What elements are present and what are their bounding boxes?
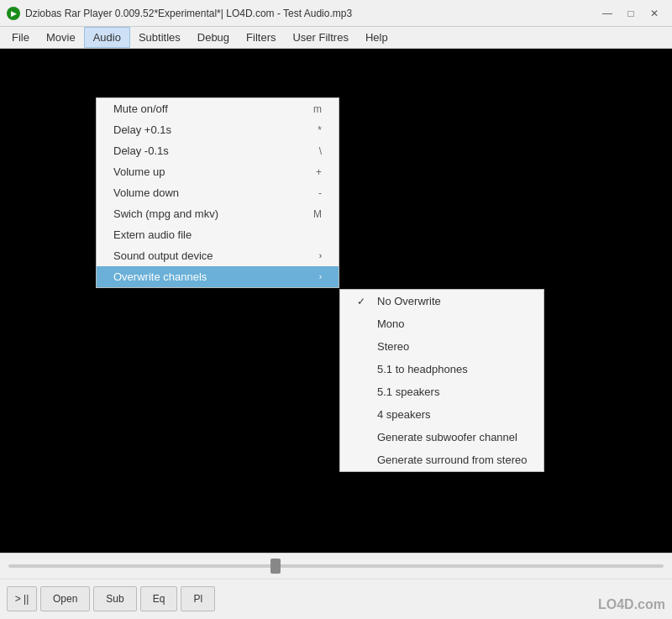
- menu-debug[interactable]: Debug: [189, 27, 238, 48]
- audio-dropdown-menu: Mute on/off m Delay +0.1s * Delay -0.1s …: [96, 97, 339, 288]
- menu-mute[interactable]: Mute on/off m: [97, 98, 339, 119]
- minimize-button[interactable]: —: [596, 4, 618, 23]
- close-button[interactable]: ✕: [643, 4, 665, 23]
- menu-audio[interactable]: Audio: [84, 27, 130, 48]
- sub-button[interactable]: Sub: [93, 586, 136, 611]
- overwrite-channels-submenu: ✓ No Overwrite Mono Stereo 5.1 to headph…: [339, 289, 544, 472]
- overwrite-channels-arrow-icon: ›: [319, 272, 322, 281]
- window-title: Dziobas Rar Player 0.009.52*Experimental…: [25, 8, 352, 19]
- title-bar-controls: — □ ✕: [596, 4, 665, 23]
- submenu-4-speakers[interactable]: 4 speakers: [340, 403, 543, 426]
- menu-delay-plus[interactable]: Delay +0.1s *: [97, 119, 339, 140]
- logo-watermark: LO4D.com: [598, 597, 665, 612]
- menu-extern-audio[interactable]: Extern audio file: [97, 224, 339, 245]
- menu-delay-minus[interactable]: Delay -0.1s \: [97, 140, 339, 161]
- maximize-button[interactable]: □: [620, 4, 642, 23]
- control-buttons: > || Open Sub Eq Pl LO4D.com: [0, 579, 672, 619]
- video-area: Mute on/off m Delay +0.1s * Delay -0.1s …: [0, 49, 672, 553]
- menu-volume-down[interactable]: Volume down -: [97, 182, 339, 203]
- eq-button[interactable]: Eq: [140, 586, 178, 611]
- submenu-5-1-speakers[interactable]: 5.1 speakers: [340, 380, 543, 403]
- seek-track[interactable]: [8, 564, 664, 568]
- submenu-generate-surround[interactable]: Generate surround from stereo: [340, 449, 543, 471]
- menu-file[interactable]: File: [3, 27, 38, 48]
- menu-userfilters[interactable]: User Filtres: [284, 27, 356, 48]
- submenu-5-1-headphones[interactable]: 5.1 to headphones: [340, 358, 543, 380]
- submenu-generate-subwoofer[interactable]: Generate subwoofer channel: [340, 426, 543, 449]
- menu-movie[interactable]: Movie: [38, 27, 84, 48]
- seek-thumb[interactable]: [270, 559, 281, 574]
- title-bar: ▶ Dziobas Rar Player 0.009.52*Experiment…: [0, 0, 672, 27]
- submenu-no-overwrite[interactable]: ✓ No Overwrite: [340, 290, 543, 312]
- app-icon: ▶: [7, 7, 20, 20]
- submenu-stereo[interactable]: Stereo: [340, 335, 543, 358]
- title-bar-left: ▶ Dziobas Rar Player 0.009.52*Experiment…: [7, 7, 352, 20]
- seek-bar[interactable]: [0, 553, 672, 579]
- open-button[interactable]: Open: [40, 586, 90, 611]
- menu-overwrite-channels[interactable]: Overwrite channels ›: [97, 266, 339, 287]
- menu-sound-output[interactable]: Sound output device ›: [97, 245, 339, 266]
- menu-volume-up[interactable]: Volume up +: [97, 161, 339, 182]
- menu-subtitles[interactable]: Subtitles: [130, 27, 189, 48]
- menu-filters[interactable]: Filters: [238, 27, 284, 48]
- no-overwrite-check-icon: ✓: [357, 296, 370, 307]
- sound-output-arrow-icon: ›: [319, 251, 322, 260]
- play-pause-button[interactable]: > ||: [7, 586, 37, 611]
- bottom-bar: > || Open Sub Eq Pl LO4D.com: [0, 553, 672, 619]
- submenu-mono[interactable]: Mono: [340, 312, 543, 335]
- pl-button[interactable]: Pl: [181, 586, 215, 611]
- menu-help[interactable]: Help: [357, 27, 396, 48]
- menu-bar: File Movie Audio Subtitles Debug Filters…: [0, 27, 672, 49]
- menu-swich[interactable]: Swich (mpg and mkv) M: [97, 203, 339, 224]
